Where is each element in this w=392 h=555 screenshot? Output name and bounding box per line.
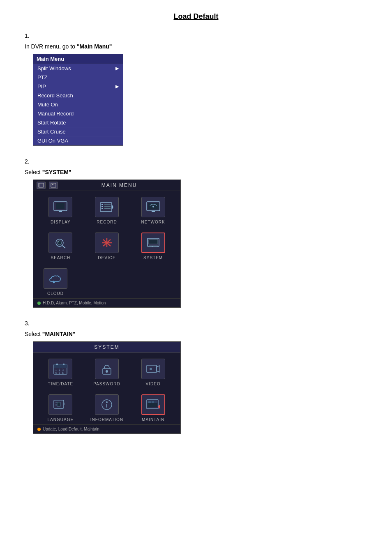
dvr-row-3: CLOUD [33,263,180,298]
svg-rect-47 [57,402,60,406]
dvr-icon-display[interactable]: DISPLAY [44,197,77,224]
menu-item-split-windows[interactable]: Split Windows ▶ [33,64,123,73]
svg-point-23 [58,241,59,242]
svg-rect-12 [104,204,111,205]
dvr-icon-record[interactable]: RECORD [90,197,123,224]
svg-rect-5 [56,203,65,209]
svg-rect-6 [59,211,62,212]
svg-line-22 [62,246,65,248]
sys-icon-video[interactable]: VIDEO [137,359,170,386]
svg-rect-14 [104,208,111,209]
arrow-icon: ▶ [115,66,119,71]
dvr-icon-1 [37,182,46,189]
sys-status-text: Update, Load Default, Maintain [43,427,99,431]
dvr-top-bar: MAIN MENU [33,180,180,191]
dvr-row-2: SEARCH DEVICE [33,227,180,263]
step-3-label: Select "MAINTAIN" [25,331,367,337]
step-2: Select "SYSTEM" MAIN MENU [25,158,367,308]
sys-row-1: 1 2 3 4 5 6 TIME/DATE [33,353,180,389]
svg-point-53 [106,401,108,403]
network-label: NETWORK [141,220,165,224]
sys-icon-language[interactable]: I LANGUAGE [44,394,77,422]
dvr-status-bar: H.D.D, Alarm, PTZ, Mobile, Motion [33,298,180,307]
main-menu-screenshot: Main Menu Split Windows ▶ PTZ PIP ▶ Reco… [33,54,123,146]
svg-rect-37 [63,364,65,365]
status-text: H.D.D, Alarm, PTZ, Mobile, Motion [43,301,106,305]
search-label: SEARCH [51,256,70,260]
svg-text:4 5 6: 4 5 6 [55,371,64,375]
dvr-grid-title: MAIN MENU [61,182,177,189]
language-label: LANGUAGE [48,417,74,422]
sys-icon-password[interactable]: PASSWORD [90,359,123,386]
timedate-label: TIME/DATE [48,382,74,386]
arrow-icon-pip: ▶ [115,84,119,89]
maintain-label: MAINTAIN [142,417,164,422]
timedate-icon: 1 2 3 4 5 6 [48,359,72,379]
svg-point-19 [152,206,154,207]
search-icon [48,233,72,253]
dvr-icon-network[interactable]: NETWORK [137,197,170,224]
svg-rect-29 [149,240,158,244]
menu-item-start-cruise[interactable]: Start Cruise [33,127,123,136]
display-label: DISPLAY [51,220,71,224]
dvr-icon-cloud[interactable]: CLOUD [39,268,72,296]
cloud-icon [44,268,67,289]
menu-item-pip[interactable]: PIP ▶ [33,82,123,91]
svg-rect-2 [51,183,56,187]
sys-icon-maintain[interactable]: MAINTAIN [137,394,170,422]
dvr-icon-2 [49,182,58,189]
svg-rect-10 [101,206,103,207]
status-dot [37,302,41,305]
device-label: DEVICE [98,256,115,260]
menu-item-gui-on-vga[interactable]: GUI On VGA [33,136,123,145]
sys-icon-timedate[interactable]: 1 2 3 4 5 6 TIME/DATE [44,359,77,386]
system-grid-screenshot: SYSTEM 1 2 3 4 5 6 TIME/DATE [33,341,181,434]
menu-item-manual-record[interactable]: Manual Record [33,109,123,118]
display-icon [48,197,72,217]
record-icon [95,197,119,217]
svg-rect-31 [148,246,152,247]
password-icon [95,359,119,379]
dvr-icon-search[interactable]: SEARCH [44,233,77,260]
svg-marker-15 [112,204,113,210]
svg-rect-3 [52,184,53,185]
svg-rect-36 [56,364,58,365]
sys-icon-information[interactable]: INFORMATION [90,394,123,422]
cloud-label: CLOUD [47,291,64,296]
svg-rect-13 [104,206,111,207]
svg-marker-44 [157,366,160,372]
system-icon [141,233,165,253]
svg-text:I: I [64,402,65,406]
dvr-icon-system[interactable]: SYSTEM [137,233,170,260]
menu-item-record-search[interactable]: Record Search [33,91,123,100]
svg-rect-18 [152,211,155,212]
sys-status-bar: Update, Load Default, Maintain [33,424,180,433]
svg-point-45 [150,368,152,370]
menu-header: Main Menu [33,54,123,64]
main-menu-grid-screenshot: MAIN MENU DISPLAY [33,180,181,308]
menu-item-start-rotate[interactable]: Start Rotate [33,118,123,127]
steps-list: In DVR menu, go to "Main Manu" Main Menu… [25,32,367,434]
device-icon [95,233,119,253]
system-label: SYSTEM [143,256,163,260]
svg-rect-11 [101,208,103,209]
system-grid-title: SYSTEM [33,342,180,353]
information-icon [95,394,119,415]
video-label: VIDEO [146,382,161,386]
step-2-label: Select "SYSTEM" [25,169,367,175]
svg-rect-58 [148,401,151,403]
dvr-icon-device[interactable]: DEVICE [90,233,123,260]
svg-rect-0 [39,183,44,187]
network-icon [141,197,165,217]
maintain-icon [141,394,165,415]
svg-rect-9 [101,204,103,205]
svg-rect-59 [152,401,154,403]
sys-status-dot [37,428,41,431]
step-1-label: In DVR menu, go to "Main Manu" [25,43,367,50]
page-title: Load Default [25,12,367,21]
sys-row-2: I LANGUAGE INFORMATION [33,389,180,424]
menu-item-ptz[interactable]: PTZ [33,73,123,82]
svg-rect-32 [153,246,157,247]
information-label: INFORMATION [90,417,123,422]
menu-item-mute-on[interactable]: Mute On [33,100,123,109]
